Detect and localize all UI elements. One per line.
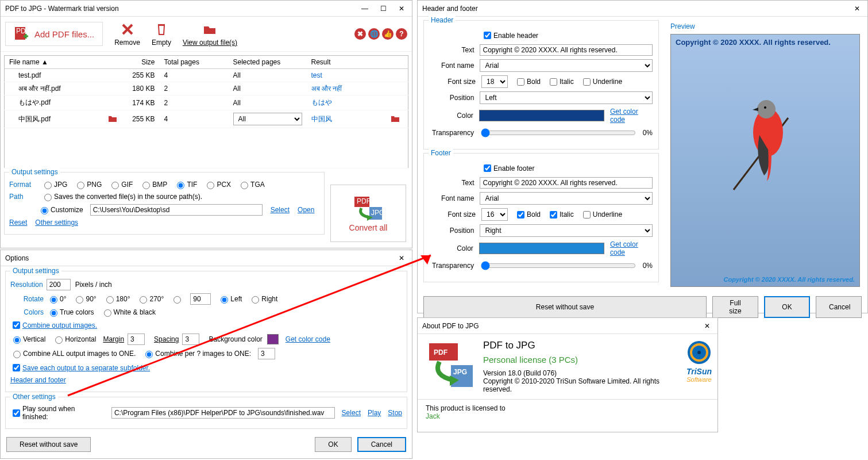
- f-text-input[interactable]: [480, 177, 653, 189]
- rotate-90[interactable]: 90°: [73, 294, 96, 304]
- h-italic-checkbox[interactable]: Italic: [547, 76, 574, 87]
- per-input[interactable]: [258, 348, 275, 359]
- format-bmp[interactable]: BMP: [140, 180, 167, 189]
- f-trans-value: 0%: [643, 262, 653, 270]
- opt-reset-button[interactable]: Reset without save: [6, 437, 91, 452]
- h-font-select[interactable]: Arial: [480, 59, 653, 72]
- format-pcx[interactable]: PCX: [204, 180, 231, 189]
- hf-cancel-button[interactable]: Cancel: [816, 296, 862, 318]
- path-customize-radio[interactable]: Customize: [38, 205, 83, 214]
- hf-reset-button[interactable]: Reset without save: [423, 296, 707, 318]
- help-web-icon[interactable]: 🌐: [368, 28, 380, 40]
- rotate-right[interactable]: Right: [249, 294, 277, 304]
- hf-ok-button[interactable]: OK: [764, 296, 810, 318]
- bgcolor-swatch[interactable]: [267, 334, 279, 344]
- save-sub-checkbox[interactable]: Save each output to a separate subfolder…: [10, 362, 150, 373]
- sound-path-input[interactable]: [111, 407, 335, 419]
- sound-play-link[interactable]: Play: [368, 409, 381, 417]
- enable-footer-checkbox[interactable]: Enable footer: [481, 163, 534, 174]
- format-tif[interactable]: TIF: [174, 180, 197, 189]
- path-input[interactable]: [90, 204, 263, 216]
- combine-horizontal[interactable]: Horizontal: [52, 335, 96, 344]
- f-color-swatch[interactable]: [479, 243, 604, 254]
- help-like-icon[interactable]: 👍: [382, 28, 394, 40]
- f-pos-select[interactable]: Right: [480, 224, 653, 237]
- empty-button[interactable]: Empty: [152, 21, 171, 47]
- add-pdf-button[interactable]: PDF Add PDF files...: [5, 22, 103, 46]
- other-settings-link[interactable]: Other settings: [35, 218, 78, 227]
- h-bold-checkbox[interactable]: Bold: [515, 76, 541, 87]
- format-png[interactable]: PNG: [74, 180, 102, 189]
- f-font-select[interactable]: Arial: [480, 192, 653, 205]
- table-row[interactable]: 中国风.pdf255 KB4All中国风: [5, 110, 408, 128]
- margin-input[interactable]: [128, 334, 145, 345]
- row-folder-icon[interactable]: [391, 114, 400, 124]
- close-icon[interactable]: ✕: [851, 3, 863, 14]
- h-pos-select[interactable]: Left: [480, 91, 653, 104]
- colors-true[interactable]: True colors: [47, 308, 94, 317]
- row-folder-icon[interactable]: [108, 114, 117, 124]
- close-icon[interactable]: ✕: [701, 320, 713, 332]
- format-tga[interactable]: TGA: [238, 180, 265, 189]
- h-get-color-link[interactable]: Get color code: [610, 108, 653, 124]
- format-gif[interactable]: GIF: [109, 180, 133, 189]
- convert-all-button[interactable]: PDFJPG Convert all: [330, 185, 406, 242]
- sound-select-link[interactable]: Select: [342, 409, 361, 417]
- maximize-icon[interactable]: ☐: [377, 3, 389, 14]
- resolution-input[interactable]: [47, 279, 71, 290]
- format-label: Format: [9, 181, 38, 189]
- spacing-input[interactable]: [182, 334, 199, 345]
- h-trans-slider[interactable]: [481, 128, 636, 137]
- f-italic-checkbox[interactable]: Italic: [547, 209, 574, 220]
- minimize-icon[interactable]: —: [359, 3, 371, 14]
- path-source-radio[interactable]: Saves the converted file(s) in the sourc…: [41, 192, 202, 201]
- path-select-link[interactable]: Select: [271, 206, 290, 214]
- get-color-link[interactable]: Get color code: [286, 335, 330, 343]
- play-sound-checkbox[interactable]: Play sound when finished:: [10, 405, 102, 421]
- combine-per-radio[interactable]: Combine per ? images to ONE:: [142, 349, 251, 358]
- close-icon[interactable]: ✕: [396, 252, 407, 264]
- col-res[interactable]: Result: [307, 56, 408, 69]
- opt-cancel-button[interactable]: Cancel: [357, 437, 406, 452]
- h-color-swatch[interactable]: [479, 110, 604, 121]
- f-underline-checkbox[interactable]: Underline: [581, 209, 622, 220]
- rotate-270[interactable]: 270°: [137, 294, 164, 304]
- help-settings-icon[interactable]: ✖: [354, 28, 366, 40]
- h-underline-checkbox[interactable]: Underline: [581, 76, 622, 87]
- enable-header-checkbox[interactable]: Enable header: [481, 30, 538, 41]
- col-sel[interactable]: Selected pages: [229, 56, 307, 69]
- colors-wb[interactable]: White & black: [101, 308, 156, 317]
- rotate-custom-input[interactable]: [190, 293, 211, 305]
- opt-ok-button[interactable]: OK: [315, 437, 351, 452]
- path-open-link[interactable]: Open: [298, 206, 314, 214]
- combine-checkbox[interactable]: Combine output images.: [10, 320, 97, 331]
- rotate-0[interactable]: 0°: [47, 294, 66, 304]
- header-footer-link[interactable]: Header and footer: [10, 376, 66, 384]
- rotate-180[interactable]: 180°: [103, 294, 130, 304]
- col-name[interactable]: File name ▲: [5, 56, 125, 69]
- h-size-select[interactable]: 18: [481, 75, 508, 88]
- col-total[interactable]: Total pages: [160, 56, 229, 69]
- remove-button[interactable]: Remove: [114, 21, 140, 47]
- format-jpg[interactable]: JPG: [41, 180, 67, 189]
- rotate-left[interactable]: Left: [218, 294, 242, 304]
- h-text-input[interactable]: [480, 44, 653, 56]
- f-bold-checkbox[interactable]: Bold: [515, 209, 541, 220]
- col-size[interactable]: Size: [125, 56, 160, 69]
- f-trans-slider[interactable]: [481, 261, 636, 270]
- table-row[interactable]: もはや.pdf174 KB2Allもはや: [5, 95, 408, 110]
- f-size-select[interactable]: 16: [481, 208, 508, 221]
- sound-stop-link[interactable]: Stop: [388, 409, 402, 417]
- close-icon[interactable]: ✕: [396, 3, 407, 14]
- f-get-color-link[interactable]: Get color code: [610, 240, 653, 256]
- combine-vertical[interactable]: Vertical: [10, 335, 45, 344]
- reset-link[interactable]: Reset: [9, 218, 27, 227]
- table-row[interactable]: test.pdf255 KB4Alltest: [5, 69, 408, 82]
- hf-fullsize-button[interactable]: Full size: [712, 296, 758, 318]
- rotate-custom[interactable]: [171, 294, 183, 304]
- help-question-icon[interactable]: ?: [396, 28, 407, 40]
- combine-all-radio[interactable]: Combine ALL output images to ONE.: [10, 349, 136, 358]
- table-row[interactable]: अब और नहीं.pdf180 KB2Allअब और नहीं: [5, 82, 408, 95]
- selected-pages-select[interactable]: All: [233, 113, 302, 125]
- view-output-button[interactable]: View output file(s): [183, 21, 237, 47]
